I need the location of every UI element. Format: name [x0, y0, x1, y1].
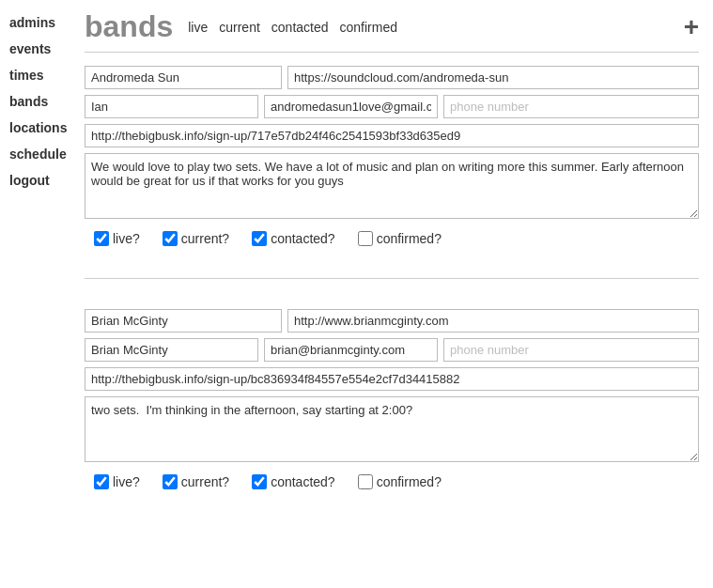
- current-checkbox[interactable]: [163, 231, 178, 246]
- live-checkbox[interactable]: [94, 474, 109, 489]
- contacted-check-label[interactable]: contacted?: [252, 231, 335, 246]
- confirmed-checkbox[interactable]: [358, 231, 373, 246]
- band-divider: [85, 278, 699, 279]
- band-row-url: [85, 367, 699, 391]
- band-name-input[interactable]: [85, 66, 282, 89]
- band-row-contact: [85, 338, 699, 362]
- live-check-label[interactable]: live?: [94, 231, 140, 246]
- band-spacer2: [85, 292, 699, 309]
- band-card-1: We would love to play two sets. We have …: [85, 66, 699, 246]
- sidebar-item-schedule[interactable]: schedule: [0, 141, 75, 167]
- band-website-input[interactable]: [287, 66, 699, 89]
- current-label: current?: [181, 231, 229, 246]
- band-spacer: [85, 255, 699, 272]
- contacted-checkbox[interactable]: [252, 474, 267, 489]
- current-label: current?: [181, 474, 229, 489]
- confirmed-label: confirmed?: [377, 474, 442, 489]
- band-row-contact: [85, 95, 699, 118]
- band-checkboxes: live? current? contacted? confirmed?: [85, 231, 699, 246]
- band-row-url: [85, 124, 699, 147]
- contacted-checkbox[interactable]: [252, 231, 267, 246]
- page-header: bands livecurrentcontactedconfirmed +: [85, 9, 699, 44]
- band-url-input[interactable]: [85, 124, 699, 147]
- contacted-label: contacted?: [271, 474, 335, 489]
- current-check-label[interactable]: current?: [163, 474, 229, 489]
- main-content: bands livecurrentcontactedconfirmed + We…: [75, 0, 713, 588]
- page-title: bands: [85, 9, 173, 44]
- live-label: live?: [113, 474, 140, 489]
- sidebar-item-times[interactable]: times: [0, 62, 75, 88]
- band-row-name-website: [85, 66, 699, 89]
- current-check-label[interactable]: current?: [163, 231, 229, 246]
- band-notes-textarea[interactable]: We would love to play two sets. We have …: [85, 153, 699, 219]
- nav-live[interactable]: live: [188, 20, 208, 35]
- band-contact-name-input[interactable]: [85, 95, 258, 118]
- add-band-button[interactable]: +: [684, 14, 699, 40]
- band-email-input[interactable]: [264, 338, 438, 362]
- band-row-name-website: [85, 309, 699, 333]
- sidebar-item-events[interactable]: events: [0, 36, 75, 62]
- nav-confirmed[interactable]: confirmed: [340, 20, 397, 35]
- nav-contacted[interactable]: contacted: [271, 20, 329, 35]
- band-notes-textarea[interactable]: two sets. I'm thinking in the afternoon,…: [85, 396, 699, 462]
- filter-nav: livecurrentcontactedconfirmed: [188, 20, 409, 35]
- contacted-check-label[interactable]: contacted?: [252, 474, 335, 489]
- live-label: live?: [113, 231, 140, 246]
- band-phone-input[interactable]: [443, 95, 699, 118]
- band-name-input[interactable]: [85, 309, 282, 333]
- live-checkbox[interactable]: [94, 231, 109, 246]
- band-email-input[interactable]: [264, 95, 438, 118]
- sidebar-item-bands[interactable]: bands: [0, 88, 75, 115]
- band-website-input[interactable]: [287, 309, 699, 333]
- band-checkboxes: live? current? contacted? confirmed?: [85, 474, 699, 489]
- contacted-label: contacted?: [271, 231, 335, 246]
- live-check-label[interactable]: live?: [94, 474, 140, 489]
- sidebar: adminseventstimesbandslocationsschedulel…: [0, 0, 75, 588]
- bands-list: We would love to play two sets. We have …: [85, 66, 699, 489]
- nav-current[interactable]: current: [219, 20, 260, 35]
- band-contact-name-input[interactable]: [85, 338, 258, 362]
- confirmed-checkbox[interactable]: [358, 474, 373, 489]
- band-phone-input[interactable]: [443, 338, 699, 362]
- sidebar-item-admins[interactable]: admins: [0, 9, 75, 36]
- confirmed-label: confirmed?: [377, 231, 442, 246]
- confirmed-check-label[interactable]: confirmed?: [358, 231, 442, 246]
- band-card-2: two sets. I'm thinking in the afternoon,…: [85, 309, 699, 489]
- current-checkbox[interactable]: [163, 474, 178, 489]
- band-url-input[interactable]: [85, 367, 699, 391]
- header-divider: [85, 52, 699, 53]
- sidebar-item-locations[interactable]: locations: [0, 115, 75, 141]
- sidebar-item-logout[interactable]: logout: [0, 167, 75, 193]
- confirmed-check-label[interactable]: confirmed?: [358, 474, 442, 489]
